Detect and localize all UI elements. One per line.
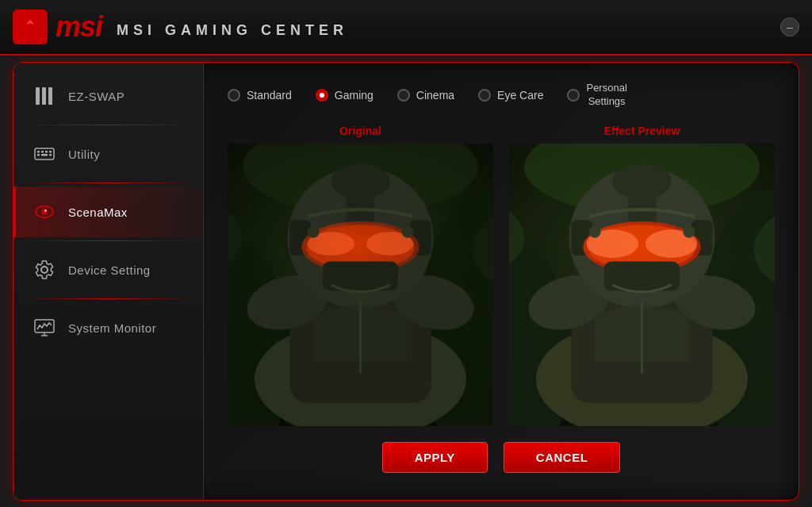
- keyboard-icon: [32, 141, 57, 167]
- sidebar-item-ez-swap[interactable]: EZ-SWAP: [13, 71, 203, 121]
- mode-selector: Standard Gaming Cinema Eye Care Personal…: [228, 82, 775, 109]
- minimize-button[interactable]: –: [780, 17, 799, 36]
- svg-rect-10: [37, 154, 40, 156]
- cancel-button[interactable]: Cancel: [504, 442, 621, 473]
- svg-rect-9: [49, 151, 52, 153]
- svg-rect-4: [48, 87, 52, 105]
- sidebar-divider-1: [21, 125, 195, 125]
- app-logo: msi MSI GAMING CENTER: [13, 10, 348, 44]
- radio-eye-care: [478, 89, 491, 102]
- svg-point-66: [683, 226, 695, 238]
- svg-point-65: [589, 226, 601, 238]
- sidebar-item-scenamax[interactable]: ScenaMax: [13, 186, 203, 237]
- radio-cinema: [397, 89, 410, 102]
- dragon-icon: [13, 10, 48, 44]
- svg-rect-11: [41, 154, 48, 156]
- svg-rect-8: [45, 151, 48, 153]
- original-preview-image: [228, 144, 493, 426]
- mode-personal-label: PersonalSettings: [586, 82, 626, 109]
- radio-personal: [567, 89, 580, 102]
- radio-standard: [228, 89, 240, 102]
- main-content: EZ-SWAP Utility: [13, 62, 799, 501]
- mode-gaming[interactable]: Gaming: [316, 89, 373, 102]
- svg-point-15: [44, 209, 46, 211]
- eye-icon: [32, 199, 57, 225]
- sidebar-item-utility[interactable]: Utility: [13, 129, 203, 179]
- sidebar-label-utility: Utility: [68, 148, 100, 161]
- effect-preview-box: Effect Preview: [509, 125, 775, 426]
- apply-button[interactable]: Apply: [382, 442, 488, 473]
- sidebar-label-ez-swap: EZ-SWAP: [68, 90, 124, 103]
- mode-eye-care[interactable]: Eye Care: [478, 89, 543, 102]
- sidebar-label-device-setting: Device Setting: [68, 263, 151, 277]
- msi-wordmark: msi: [56, 10, 102, 44]
- sidebar: EZ-SWAP Utility: [13, 63, 204, 500]
- title-bar: msi MSI GAMING CENTER –: [0, 0, 812, 56]
- svg-point-14: [41, 209, 48, 215]
- svg-rect-3: [42, 87, 46, 105]
- app-title: MSI GAMING CENTER: [117, 22, 348, 39]
- gear-icon: [32, 257, 57, 282]
- sidebar-item-device-setting[interactable]: Device Setting: [13, 244, 203, 295]
- sidebar-divider-4: [21, 298, 195, 299]
- mode-cinema-label: Cinema: [416, 89, 454, 102]
- mode-standard[interactable]: Standard: [228, 89, 292, 102]
- grid-icon: [32, 83, 57, 109]
- svg-rect-12: [49, 154, 52, 156]
- sidebar-divider-2: [21, 182, 195, 183]
- radio-gaming: [316, 89, 328, 102]
- svg-rect-2: [36, 87, 40, 105]
- original-preview-box: Original: [228, 125, 493, 426]
- sidebar-label-scenamax: ScenaMax: [68, 205, 128, 219]
- effect-preview-image: [509, 144, 775, 426]
- original-preview-title: Original: [228, 125, 493, 137]
- svg-rect-7: [41, 151, 44, 153]
- right-panel: Standard Gaming Cinema Eye Care Personal…: [204, 63, 799, 500]
- sidebar-label-system-monitor: System Monitor: [68, 321, 156, 335]
- preview-section: Original: [228, 125, 775, 426]
- mode-gaming-label: Gaming: [335, 89, 373, 102]
- svg-point-40: [308, 226, 320, 238]
- sidebar-divider-3: [21, 240, 195, 241]
- effect-preview-title: Effect Preview: [509, 125, 775, 137]
- mode-standard-label: Standard: [247, 89, 292, 102]
- svg-rect-16: [35, 320, 54, 332]
- mode-eye-care-label: Eye Care: [497, 89, 543, 102]
- mode-personal[interactable]: PersonalSettings: [567, 82, 626, 109]
- sidebar-item-system-monitor[interactable]: System Monitor: [13, 302, 203, 353]
- button-row: Apply Cancel: [228, 442, 775, 481]
- mode-cinema[interactable]: Cinema: [397, 89, 454, 102]
- svg-point-41: [401, 226, 413, 238]
- monitor-icon: [32, 315, 57, 340]
- svg-rect-6: [37, 151, 40, 153]
